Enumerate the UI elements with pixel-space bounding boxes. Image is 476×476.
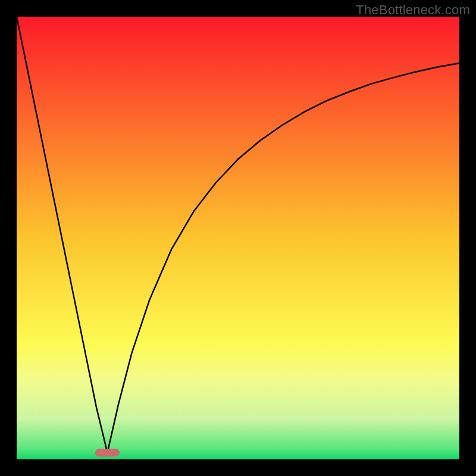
marker-layer [95, 449, 120, 456]
gradient-rect [17, 17, 459, 459]
watermark-text: TheBottleneck.com [356, 2, 470, 18]
chart-container: TheBottleneck.com [0, 0, 476, 476]
bottleneck-marker [95, 449, 120, 456]
plot-area [17, 17, 459, 459]
chart-svg [17, 17, 459, 459]
